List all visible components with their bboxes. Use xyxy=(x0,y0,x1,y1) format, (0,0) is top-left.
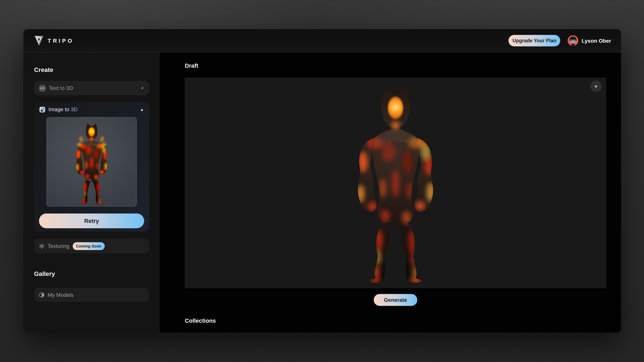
retry-button[interactable]: Retry xyxy=(39,214,144,228)
coming-soon-badge: Coming Soon xyxy=(72,242,104,250)
texturing-label: Texturing xyxy=(48,243,69,249)
my-models-label: My Models xyxy=(48,292,74,298)
create-heading: Create xyxy=(34,66,149,73)
generate-button[interactable]: Generate xyxy=(374,294,417,306)
collections-heading: Collections xyxy=(185,317,216,324)
image-to-3d-header[interactable]: Image to 3D ▲ xyxy=(38,102,145,116)
brand-wordmark: TRIPO xyxy=(48,37,74,44)
avatar xyxy=(568,35,578,46)
text-to-3d-label: Text to 3D xyxy=(49,85,140,91)
chevron-down-icon: ▼ xyxy=(140,86,144,90)
input-image-preview[interactable] xyxy=(46,117,137,207)
chevron-up-icon: ▲ xyxy=(140,107,144,111)
brand[interactable]: TRIPO xyxy=(34,35,74,46)
code-chip-icon: </> xyxy=(39,85,46,91)
model-viewport[interactable]: ♥ xyxy=(185,78,606,288)
texturing-row[interactable]: Texturing Coming Soon xyxy=(34,239,149,253)
tripo-logo-icon xyxy=(34,35,44,46)
my-models-row[interactable]: My Models xyxy=(34,288,149,302)
gallery-heading: Gallery xyxy=(34,270,149,277)
lava-knight-image xyxy=(70,122,113,205)
sidebar: Create </> Text to 3D ▼ xyxy=(24,52,160,333)
upgrade-plan-button[interactable]: Upgrade Your Plan xyxy=(508,35,560,46)
screen: TRIPO Upgrade Your Plan xyxy=(0,0,644,362)
text-to-3d-select[interactable]: </> Text to 3D ▼ xyxy=(34,81,149,95)
main-content: Draft ♥ Generate Collections xyxy=(160,52,621,333)
image-to-3d-accent: 3D xyxy=(71,106,78,112)
user-menu[interactable]: Lyson Ober xyxy=(568,35,611,46)
image-to-3d-label: Image to 3D xyxy=(48,106,140,112)
image-chip-icon xyxy=(40,107,45,112)
image-to-3d-panel: Image to 3D ▲ xyxy=(34,102,149,232)
generated-3d-model[interactable] xyxy=(344,82,447,285)
top-bar: TRIPO Upgrade Your Plan xyxy=(24,29,621,53)
heart-icon: ♥ xyxy=(594,83,598,89)
favorite-heart-button[interactable]: ♥ xyxy=(590,80,602,92)
draft-heading: Draft xyxy=(185,62,198,69)
user-name: Lyson Ober xyxy=(582,37,611,44)
texture-asterisk-icon xyxy=(39,243,44,249)
app-window: TRIPO Upgrade Your Plan xyxy=(24,29,621,333)
cube-icon xyxy=(39,292,44,298)
